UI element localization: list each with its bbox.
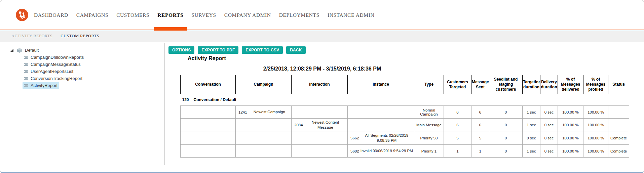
conversation-id: 120 [182, 97, 194, 102]
interaction-id: 2084 [294, 123, 304, 127]
instance-id: 5682 [350, 149, 361, 153]
subnav-item-activity-reports[interactable]: ACTIVITY REPORTS [11, 34, 52, 39]
export-to-pdf-button[interactable]: EXPORT TO PDF [198, 46, 238, 54]
instance-name: Invalid 03/06/2019 9:54:29 PM [361, 148, 413, 154]
subnav-item-custom-reports[interactable]: CUSTOM REPORTS [61, 34, 99, 39]
report-stack-icon [24, 69, 29, 74]
col-header-customers-targeted: Customers Targeted [444, 75, 471, 94]
table-row: 2084Newest Content Message Main Message … [181, 119, 629, 131]
status-cell [608, 106, 629, 119]
customers-targeted-cell: 5 [444, 131, 471, 145]
tree-item-campaign-drilldown-reports[interactable]: CampaignDrilldownReports [0, 54, 164, 61]
tree-item-label[interactable]: ConversionTrackingReport [31, 76, 82, 81]
tree-item-campaign-message-status[interactable]: CampaignMessageStatus [0, 61, 164, 68]
type-cell: Priority 1 [414, 145, 444, 158]
back-button[interactable]: BACK [286, 46, 305, 54]
seedlist-staging-cell: 0 [489, 145, 523, 158]
report-toolbar: OPTIONS EXPORT TO PDF EXPORT TO CSV BACK [168, 46, 306, 54]
tree-item-activity-report[interactable]: ActivityReport [0, 82, 164, 89]
tree-selected-highlight[interactable]: ActivityReport [23, 82, 59, 89]
report-stack-icon [24, 55, 29, 60]
type-cell: Normal Campaign [414, 106, 444, 119]
col-header-status: Status [608, 75, 629, 94]
col-header-conversation: Conversation [181, 75, 236, 94]
col-header-instance: Instance [348, 75, 414, 94]
tree-item-label[interactable]: UserAgentReportsList [31, 69, 73, 74]
messages-sent-cell: 6 [471, 119, 489, 131]
tree-item-label[interactable]: ActivityReport [31, 83, 58, 88]
nav-item-company-admin[interactable]: COMPANY ADMIN [224, 12, 271, 18]
options-button[interactable]: OPTIONS [168, 46, 194, 54]
report-tree-panel: Default CampaignDrilldownReports Campaig… [0, 43, 165, 165]
col-header-type: Type [414, 75, 444, 94]
col-header-interaction: Interaction [292, 75, 348, 94]
tree-expanded-arrow-icon[interactable] [10, 49, 13, 52]
pct-profiled-cell: 100.00 % [583, 106, 608, 119]
seedlist-staging-cell: 0 [489, 106, 523, 119]
customers-targeted-cell: 6 [444, 106, 471, 119]
table-row: 5682Invalid 03/06/2019 9:54:29 PM Priori… [181, 145, 629, 158]
targeting-duration-cell: 1 sec [523, 119, 540, 131]
targeting-duration-cell: 1 sec [523, 145, 540, 158]
status-cell: Complete [608, 131, 629, 145]
instance-name: All Segments 02/26/2019 9:08:35 PM [361, 133, 413, 143]
cube-icon [17, 48, 22, 53]
conversation-group-row: 120Conversation / Default [181, 94, 629, 106]
conversation-label: Conversation / Default [194, 97, 236, 102]
pct-delivered-cell: 100.00 % [558, 131, 583, 145]
campaign-name: Newest Campaign [249, 110, 290, 115]
col-header-targeting-duration: Targeting duration [523, 75, 540, 94]
app-window: DASHBOARD CAMPAIGNS CUSTOMERS REPORTS SU… [0, 0, 644, 173]
col-header-seedlist-staging: Seedlist and staging customers [489, 75, 523, 94]
delivery-duration-cell: 0 sec [540, 119, 558, 131]
status-cell [608, 119, 629, 131]
secondary-navigation-bar: ACTIVITY REPORTS CUSTOM REPORTS [0, 30, 644, 42]
campaign-id: 1241 [238, 110, 249, 114]
seedlist-staging-cell: 0 [489, 131, 523, 145]
primary-nav: DASHBOARD CAMPAIGNS CUSTOMERS REPORTS SU… [34, 12, 374, 18]
tree-item-user-agent-reports-list[interactable]: UserAgentReportsList [0, 68, 164, 75]
col-header-campaign: Campaign [236, 75, 292, 94]
status-cell: Complete [608, 145, 629, 158]
interaction-name: Newest Content Message [304, 120, 346, 130]
messages-sent-cell: 5 [471, 131, 489, 145]
tree-item-label[interactable]: CampaignDrilldownReports [31, 55, 84, 60]
col-header-pct-profiled: % of Messages profiled [583, 75, 608, 94]
type-cell: Priority 50 [414, 131, 444, 145]
nav-item-deployments[interactable]: DEPLOYMENTS [279, 12, 319, 18]
report-title: Activity Report [188, 55, 226, 61]
nav-item-dashboard[interactable]: DASHBOARD [34, 12, 68, 18]
customers-targeted-cell: 6 [444, 119, 471, 131]
col-header-delivery-duration: Delivery duration [540, 75, 558, 94]
nav-item-instance-admin[interactable]: INSTANCE ADMIN [328, 12, 374, 18]
messages-sent-cell: 1 [471, 145, 489, 158]
delivery-duration-cell: 0 sec [540, 145, 558, 158]
tree-item-conversion-tracking-report[interactable]: ConversionTrackingReport [0, 75, 164, 82]
tree-root-label[interactable]: Default [25, 48, 39, 53]
delivery-duration-cell: 0 sec [540, 131, 558, 145]
nav-item-reports[interactable]: REPORTS [157, 12, 183, 18]
customers-targeted-cell: 1 [444, 145, 471, 158]
nav-item-customers[interactable]: CUSTOMERS [116, 12, 149, 18]
delivery-duration-cell: 0 sec [540, 106, 558, 119]
pct-delivered-cell: 100.00 % [558, 145, 583, 158]
top-navigation-bar: DASHBOARD CAMPAIGNS CUSTOMERS REPORTS SU… [0, 0, 644, 30]
export-to-csv-button[interactable]: EXPORT TO CSV [242, 46, 283, 54]
tree-item-label[interactable]: CampaignMessageStatus [31, 62, 81, 67]
targeting-duration-cell: 0 sec [523, 131, 540, 145]
tree-root-default[interactable]: Default [0, 47, 164, 54]
report-stack-icon [24, 83, 29, 88]
type-cell: Main Message [414, 119, 444, 131]
targeting-duration-cell: 1 sec [523, 106, 540, 119]
brand-logo-icon[interactable] [16, 9, 28, 21]
col-header-pct-delivered: % of Messages delivered [558, 75, 583, 94]
table-row: 5662All Segments 02/26/2019 9:08:35 PM P… [181, 131, 629, 145]
nav-item-surveys[interactable]: SURVEYS [191, 12, 216, 18]
report-stack-icon [24, 62, 29, 67]
nav-item-campaigns[interactable]: CAMPAIGNS [76, 12, 108, 18]
report-date-range: 2/25/2018, 12:08:29 PM - 3/15/2019, 6:18… [188, 66, 457, 72]
instance-id: 5662 [350, 136, 361, 140]
activity-report-table: Conversation Campaign Interaction Instan… [180, 75, 629, 158]
col-header-messages-sent: Messages Sent [471, 75, 489, 94]
report-stack-icon [24, 76, 29, 81]
